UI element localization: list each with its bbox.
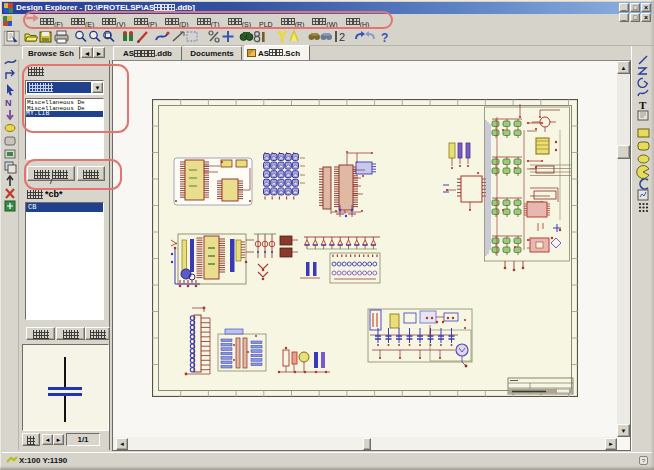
svg-text:N: N: [5, 98, 12, 108]
svg-text:?: ?: [381, 31, 388, 45]
svg-text:T: T: [639, 99, 647, 111]
svg-text:2: 2: [339, 31, 345, 43]
